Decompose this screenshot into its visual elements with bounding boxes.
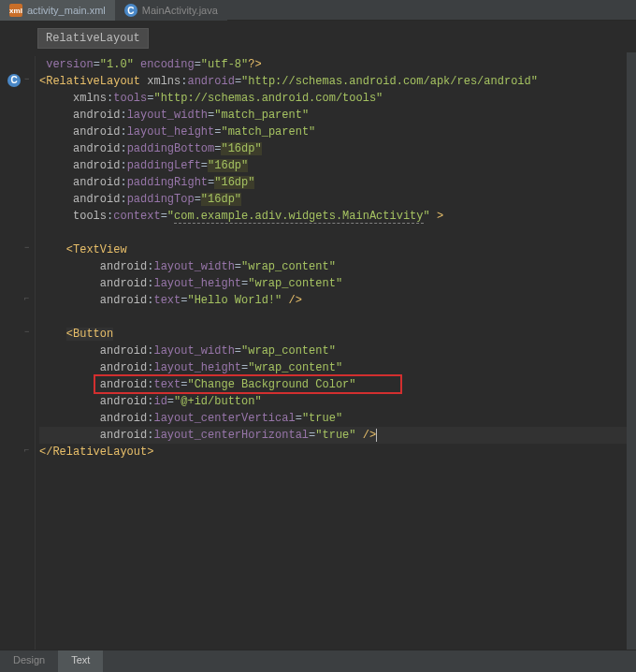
- fold-end-icon[interactable]: ⌐: [24, 294, 29, 303]
- tab-activity-main[interactable]: xml activity_main.xml: [0, 0, 115, 21]
- breadcrumb-bar: RelativeLayout: [0, 21, 636, 56]
- tab-label: activity_main.xml: [27, 5, 106, 16]
- class-marker-icon: C: [7, 74, 21, 87]
- gutter: C − − ⌐ − ⌐ 💡: [0, 56, 36, 653]
- code-editor[interactable]: C − − ⌐ − ⌐ 💡 version="1.0" encoding="ut…: [0, 56, 636, 653]
- code-area[interactable]: version="1.0" encoding="utf-8"?><Relativ…: [36, 56, 636, 653]
- fold-minus-icon[interactable]: −: [24, 75, 29, 84]
- editor-tabs-bottom: Design Text: [0, 650, 636, 672]
- tab-label: MainActivity.java: [142, 5, 218, 16]
- fold-end-icon[interactable]: ⌐: [24, 446, 29, 455]
- tab-design[interactable]: Design: [0, 650, 58, 672]
- fold-minus-icon[interactable]: −: [24, 243, 29, 253]
- fold-minus-icon[interactable]: −: [24, 328, 29, 337]
- class-file-icon: C: [124, 4, 137, 17]
- tab-text[interactable]: Text: [58, 650, 103, 672]
- breadcrumb-item[interactable]: RelativeLayout: [37, 28, 149, 49]
- tab-main-activity[interactable]: C MainActivity.java: [115, 0, 227, 21]
- error-stripe: [627, 52, 636, 650]
- xml-file-icon: xml: [9, 4, 22, 17]
- editor-tabs-top: xml activity_main.xml C MainActivity.jav…: [0, 0, 636, 21]
